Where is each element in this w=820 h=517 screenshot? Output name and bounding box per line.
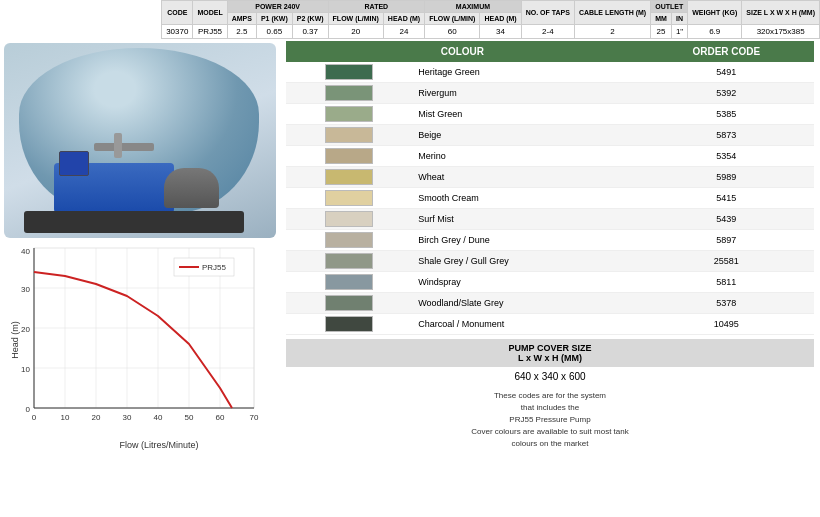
- colour-swatch: [286, 167, 412, 188]
- svg-text:Flow (Litres/Minute): Flow (Litres/Minute): [119, 440, 198, 450]
- colour-row: Smooth Cream 5415: [286, 188, 814, 209]
- colour-name: Smooth Cream: [412, 188, 639, 209]
- colour-name: Mist Green: [412, 104, 639, 125]
- colour-row: Birch Grey / Dune 5897: [286, 230, 814, 251]
- colour-name: Woodland/Slate Grey: [412, 293, 639, 314]
- row-outlet-in: 1": [671, 25, 687, 39]
- row-p2: 0.37: [292, 25, 328, 39]
- colour-swatch: [286, 62, 412, 83]
- row-cable: 2: [574, 25, 650, 39]
- col-outlet-group: OUTLET: [651, 1, 688, 13]
- svg-text:10: 10: [21, 365, 30, 374]
- svg-text:0: 0: [26, 405, 31, 414]
- col-in: IN: [671, 13, 687, 25]
- col-size: SIZE L X W X H (MM): [742, 1, 820, 25]
- col-max-group: MAXIMUM: [425, 1, 522, 13]
- col-head-max: HEAD (M): [480, 13, 521, 25]
- row-head-max: 34: [480, 25, 521, 39]
- colour-code: 5989: [639, 167, 814, 188]
- colour-row: Shale Grey / Gull Grey 25581: [286, 251, 814, 272]
- svg-text:30: 30: [123, 413, 132, 422]
- row-outlet-mm: 25: [651, 25, 672, 39]
- svg-text:30: 30: [21, 285, 30, 294]
- svg-text:20: 20: [92, 413, 101, 422]
- colour-name: Birch Grey / Dune: [412, 230, 639, 251]
- colour-name: Surf Mist: [412, 209, 639, 230]
- col-mm: MM: [651, 13, 672, 25]
- notes-section: These codes are for the system that incl…: [286, 390, 814, 450]
- colour-code: 10495: [639, 314, 814, 335]
- colour-name: Rivergum: [412, 83, 639, 104]
- svg-text:70: 70: [250, 413, 259, 422]
- row-model: PRJ55: [193, 25, 227, 39]
- svg-text:60: 60: [216, 413, 225, 422]
- colour-row: Charcoal / Monument 10495: [286, 314, 814, 335]
- svg-text:0: 0: [32, 413, 37, 422]
- row-size: 320x175x385: [742, 25, 820, 39]
- row-flow-rated: 20: [328, 25, 383, 39]
- col-power-group: POWER 240V: [227, 1, 328, 13]
- colour-swatch: [286, 188, 412, 209]
- colour-row: Woodland/Slate Grey 5378: [286, 293, 814, 314]
- colour-table: COLOUR ORDER CODE Heritage Green 5491 Ri…: [286, 41, 814, 335]
- svg-text:PRJ55: PRJ55: [202, 263, 227, 272]
- pump-image: [4, 43, 276, 238]
- colour-name: Wheat: [412, 167, 639, 188]
- svg-text:10: 10: [61, 413, 70, 422]
- performance-chart: Head (m) Flow (Litres/Minute): [4, 238, 276, 513]
- col-amps: AMPS: [227, 13, 256, 25]
- colour-name: Charcoal / Monument: [412, 314, 639, 335]
- svg-text:50: 50: [185, 413, 194, 422]
- col-cable: CABLE LENGTH (M): [574, 1, 650, 25]
- colour-swatch: [286, 314, 412, 335]
- colour-row: Wheat 5989: [286, 167, 814, 188]
- svg-text:40: 40: [21, 247, 30, 256]
- colour-name: Beige: [412, 125, 639, 146]
- colour-swatch: [286, 125, 412, 146]
- col-rated-group: RATED: [328, 1, 425, 13]
- pump-cover-subtitle: L x W x H: [518, 353, 558, 363]
- pump-cover-dimensions: 640 x 340 x 600: [286, 371, 814, 382]
- colour-name: Heritage Green: [412, 62, 639, 83]
- colour-row: Mist Green 5385: [286, 104, 814, 125]
- col-p1: P1 (KW): [256, 13, 292, 25]
- note-line5: colours on the market: [286, 438, 814, 450]
- order-code-header: ORDER CODE: [639, 41, 814, 62]
- note-line1: These codes are for the system: [286, 390, 814, 402]
- colour-code: 25581: [639, 251, 814, 272]
- colour-row: Windspray 5811: [286, 272, 814, 293]
- colour-swatch: [286, 230, 412, 251]
- colour-row: Rivergum 5392: [286, 83, 814, 104]
- colour-name: Shale Grey / Gull Grey: [412, 251, 639, 272]
- colour-code: 5897: [639, 230, 814, 251]
- col-weight: WEIGHT (KG): [688, 1, 742, 25]
- col-flow-rated: FLOW (L/MIN): [328, 13, 383, 25]
- colour-name: Windspray: [412, 272, 639, 293]
- colour-code: 5873: [639, 125, 814, 146]
- colour-code: 5415: [639, 188, 814, 209]
- specs-table: CODE MODEL POWER 240V RATED MAXIMUM NO. …: [161, 0, 820, 39]
- colour-swatch: [286, 272, 412, 293]
- colour-row: Beige 5873: [286, 125, 814, 146]
- svg-text:20: 20: [21, 325, 30, 334]
- col-model: MODEL: [193, 1, 227, 25]
- row-p1: 0.65: [256, 25, 292, 39]
- colour-code: 5439: [639, 209, 814, 230]
- svg-text:Head (m): Head (m): [10, 321, 20, 359]
- note-line3: PRJ55 Pressure Pump: [286, 414, 814, 426]
- colour-swatch: [286, 209, 412, 230]
- colour-name: Merino: [412, 146, 639, 167]
- colour-row: Surf Mist 5439: [286, 209, 814, 230]
- colour-code: 5392: [639, 83, 814, 104]
- colour-code: 5491: [639, 62, 814, 83]
- row-taps: 2-4: [521, 25, 574, 39]
- colour-code: 5385: [639, 104, 814, 125]
- note-line4: Cover colours are available to suit most…: [286, 426, 814, 438]
- row-amps: 2.5: [227, 25, 256, 39]
- colour-header: COLOUR: [286, 41, 639, 62]
- row-code: 30370: [162, 25, 193, 39]
- colour-code: 5811: [639, 272, 814, 293]
- pump-cover-title: PUMP COVER SIZE: [509, 343, 592, 353]
- colour-swatch: [286, 104, 412, 125]
- col-taps: NO. OF TAPS: [521, 1, 574, 25]
